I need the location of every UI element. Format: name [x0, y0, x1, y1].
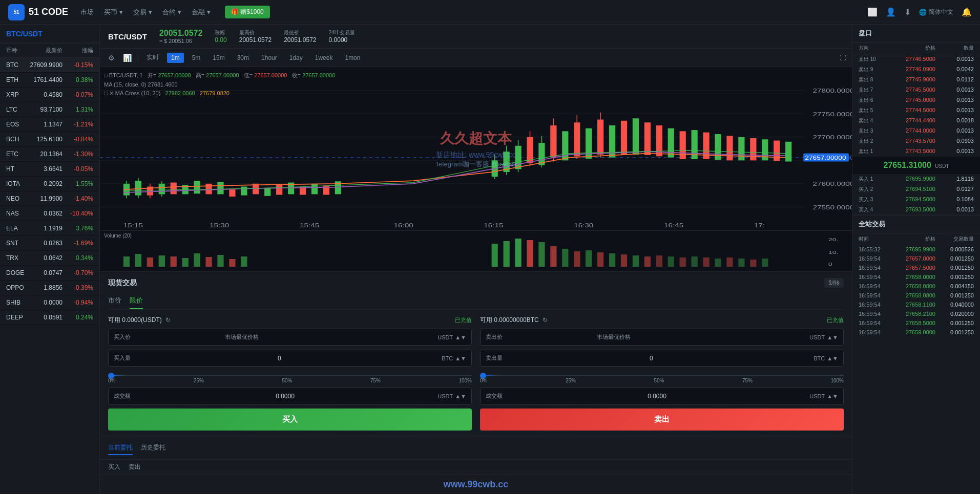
coin-row[interactable]: NAS 0.0362 -10.40%	[0, 206, 99, 221]
sell-button[interactable]: 卖出	[480, 409, 844, 431]
gift-button[interactable]: 🎁 赠$1000	[225, 6, 270, 18]
nav-trade[interactable]: 交易 ▾	[133, 8, 152, 17]
buy-qty-unit: BTC ▲▼	[436, 350, 471, 366]
nav-market[interactable]: 市场	[80, 8, 94, 17]
volume-group: 24H 交易量 0.0000	[329, 29, 355, 44]
sell-refresh-icon[interactable]: ↻	[543, 316, 548, 324]
coin-row[interactable]: BCH 125.6100 -0.84%	[0, 132, 99, 147]
coin-row[interactable]: OPPO 1.8856 -0.39%	[0, 281, 99, 295]
trade-price: 27695.9900	[897, 246, 935, 252]
svg-rect-91	[229, 259, 235, 267]
tab-sell-orders[interactable]: 卖出	[129, 463, 141, 471]
tab-30m[interactable]: 30m	[233, 53, 253, 63]
coin-row[interactable]: IOTA 0.2092 1.55%	[0, 177, 99, 191]
orderbook-buy-row: 买入 2 27694.5100 0.0127	[852, 184, 980, 195]
buy-amount-field[interactable]	[272, 388, 432, 404]
ob-price: 27694.5100	[897, 186, 935, 193]
tab-15m[interactable]: 15m	[208, 53, 228, 63]
buy-amount-input[interactable]: 成交额 USDT ▲▼	[108, 388, 472, 404]
coin-price: 93.7100	[34, 106, 62, 113]
coin-row[interactable]: SHIB 0.0000 -0.94%	[0, 295, 99, 310]
coin-row[interactable]: XRP 0.4580 -0.07%	[0, 88, 99, 102]
tab-limit[interactable]: 限价	[130, 293, 143, 309]
sell-amount-unit: USDT ▲▼	[804, 388, 843, 404]
buy-refresh-icon[interactable]: ↻	[165, 316, 171, 324]
tab-1week[interactable]: 1week	[311, 53, 337, 63]
sell-deposit-btn[interactable]: 已充值	[827, 316, 844, 324]
sell-qty-input[interactable]: 卖出量 BTC ▲▼	[480, 350, 844, 367]
toolbar-sep	[138, 54, 138, 62]
coin-row[interactable]: ELA 1.1919 3.76%	[0, 221, 99, 236]
sell-price-input[interactable]: 卖出价 市场最优价格 USDT ▲▼	[480, 329, 844, 346]
buy-qty-field[interactable]	[274, 350, 436, 366]
trade-row: 16:59:54 27658.0800 0.004150	[852, 282, 980, 291]
svg-rect-22	[241, 187, 247, 196]
fullscreen-icon[interactable]: ⛶	[840, 54, 846, 61]
svg-rect-50	[621, 121, 627, 155]
ob-price: 27743.5700	[897, 138, 935, 145]
coin-row[interactable]: SNT 0.0263 -1.69%	[0, 236, 99, 251]
buy-button[interactable]: 买入	[108, 409, 472, 431]
trade-price: 27658.0800	[897, 292, 935, 298]
chart-type-icon[interactable]: 📊	[121, 53, 134, 63]
coin-row[interactable]: TRX 0.0642 0.34%	[0, 251, 99, 266]
nav-finance[interactable]: 金融 ▾	[192, 8, 211, 17]
coin-change: -0.15%	[62, 61, 93, 69]
user-icon[interactable]: 👤	[886, 7, 896, 17]
sell-column: 可用 0.00000000BTC ↻ 已充值 卖出价 市场最优价格 USDT ▲…	[480, 316, 844, 431]
bell-icon[interactable]: 🔔	[962, 7, 972, 17]
coin-row[interactable]: NEO 11.9900 -1.40%	[0, 191, 99, 206]
buy-qty-input[interactable]: 买入量 BTC ▲▼	[108, 350, 472, 367]
th-col-time: 时间	[859, 235, 897, 243]
tab-buy-orders[interactable]: 买入	[108, 463, 120, 471]
nav-contract[interactable]: 合约 ▾	[162, 8, 181, 17]
tab-5m[interactable]: 5m	[188, 53, 205, 63]
spot-badge[interactable]: 划转	[824, 278, 844, 288]
coin-price: 0.0362	[34, 210, 62, 217]
screen-icon[interactable]: ⬜	[867, 7, 878, 17]
buy-slider[interactable]	[108, 375, 472, 376]
coin-row[interactable]: DOGE 0.0747 -0.70%	[0, 266, 99, 281]
settings-icon[interactable]: ⚙	[106, 53, 117, 63]
coin-change: 0.24%	[62, 314, 93, 321]
tab-market[interactable]: 市价	[108, 293, 121, 309]
tab-1mon[interactable]: 1mon	[341, 53, 364, 63]
ob-qty: 0.0112	[935, 76, 974, 83]
coin-row[interactable]: DEEP 0.0591 0.24%	[0, 310, 99, 325]
sell-qty-field[interactable]	[645, 350, 808, 366]
coin-list-header: BTC/USDT	[0, 25, 99, 44]
tab-1hour[interactable]: 1hour	[257, 53, 281, 63]
tab-realtime[interactable]: 实时	[142, 52, 163, 63]
trade-row: 16:55:32 27695.9900 0.000526	[852, 245, 980, 254]
ob-dir: 卖出 9	[859, 66, 897, 73]
tab-history-orders[interactable]: 历史委托	[141, 441, 165, 455]
sell-slider-labels: 0% 25% 50% 75% 100%	[480, 378, 844, 383]
svg-rect-100	[574, 251, 580, 267]
ob-price: 27695.9900	[897, 176, 935, 183]
tab-current-orders[interactable]: 当前委托	[108, 441, 133, 455]
tab-1m[interactable]: 1m	[167, 53, 184, 63]
trade-price: 27658.0800	[897, 283, 935, 289]
tab-1day[interactable]: 1day	[285, 53, 307, 63]
sell-amount-field[interactable]	[643, 388, 804, 404]
coin-row[interactable]: HT 3.6641 -0.05%	[0, 162, 99, 177]
svg-rect-98	[550, 246, 556, 267]
high-group: 最高价 20051.0572	[239, 29, 272, 44]
trade-row: 16:59:54 27658.2100 0.020000	[852, 309, 980, 318]
coin-change: -10.40%	[62, 210, 93, 217]
coin-row[interactable]: ETC 20.1364 -1.30%	[0, 147, 99, 162]
coin-row[interactable]: EOS 1.1347 -1.21%	[0, 117, 99, 132]
sell-amount-input[interactable]: 成交额 USDT ▲▼	[480, 388, 844, 404]
download-icon[interactable]: ⬇	[904, 7, 911, 17]
main-content: BTC/USDT 币种 最新价 涨幅 BTC 27609.9900 -0.15%…	[0, 25, 980, 494]
coin-row[interactable]: LTC 93.7100 1.31%	[0, 102, 99, 117]
lang-button[interactable]: 🌐 简体中文	[919, 8, 953, 16]
sell-slider[interactable]	[480, 375, 844, 376]
coin-row[interactable]: BTC 27609.9900 -0.15%	[0, 58, 99, 73]
buy-price-input[interactable]: 买入价 市场最优价格 USDT ▲▼	[108, 329, 472, 346]
nav-buy[interactable]: 买币 ▾	[104, 8, 123, 17]
buy-deposit-btn[interactable]: 已充值	[455, 316, 472, 324]
coin-row[interactable]: ETH 1761.4400 0.38%	[0, 73, 99, 88]
coin-change: -0.39%	[62, 284, 93, 291]
logo[interactable]: 51 51 CODE	[8, 4, 68, 20]
